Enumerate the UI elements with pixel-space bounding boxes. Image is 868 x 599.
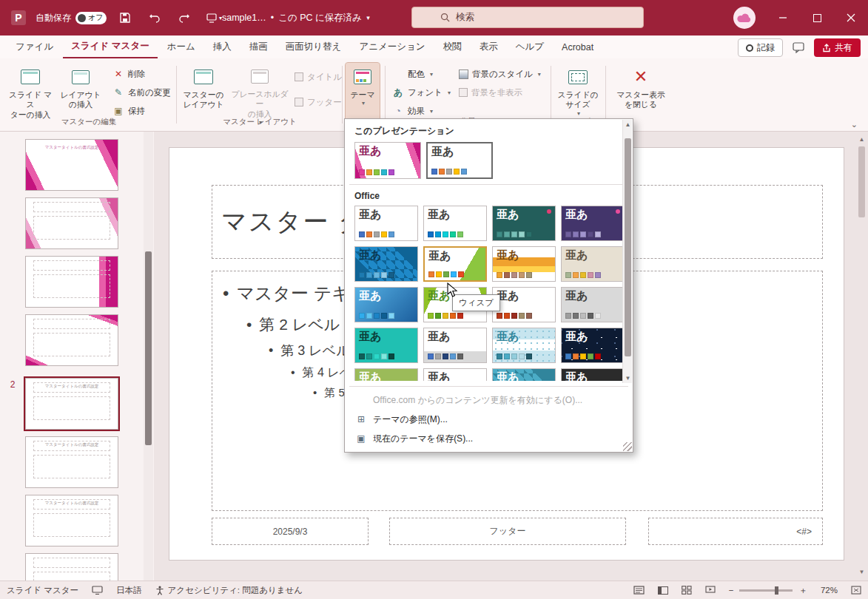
- theme-color-swatches: [565, 313, 601, 319]
- fonts-button[interactable]: あ フォント ▾: [389, 84, 454, 101]
- thumbnail-panel-scrollbar[interactable]: [144, 132, 153, 581]
- tab-画面切り替え[interactable]: 画面切り替え: [277, 36, 350, 58]
- canvas-scrollbar[interactable]: ▲ ▼: [857, 135, 867, 577]
- gallery-menu-item[interactable]: ▣現在のテーマを保存(S)...: [345, 429, 633, 448]
- title-checkbox[interactable]: タイトル: [292, 69, 345, 85]
- delete-label: 削除: [128, 69, 145, 80]
- normal-view-button[interactable]: [651, 581, 675, 599]
- zoom-level[interactable]: 72%: [814, 581, 844, 599]
- theme-thumbnail[interactable]: 亜あ: [492, 328, 556, 363]
- scroll-down-icon[interactable]: ▼: [623, 375, 633, 382]
- theme-thumbnail[interactable]: 亜あ: [423, 206, 487, 241]
- close-master-view-button[interactable]: ✕ マスター表示 を閉じる: [611, 63, 670, 126]
- slideshow-view-button[interactable]: [699, 581, 722, 599]
- theme-thumbnail[interactable]: 亜あ: [492, 246, 556, 282]
- theme-thumbnail[interactable]: 亜あ: [423, 328, 487, 363]
- slide-sorter-view-button[interactable]: [675, 581, 699, 599]
- slide-thumbnail[interactable]: [25, 256, 118, 308]
- record-button[interactable]: 記録: [738, 38, 783, 57]
- fit-to-window-button[interactable]: [844, 581, 868, 599]
- footer-placeholder[interactable]: フッター: [389, 518, 626, 545]
- background-styles-button[interactable]: 背景のスタイル ▾: [456, 66, 544, 82]
- save-button[interactable]: [114, 7, 136, 29]
- share-button[interactable]: 共有: [814, 38, 861, 57]
- theme-thumbnail[interactable]: 亜あ: [354, 246, 418, 282]
- slide-thumbnail[interactable]: マスタータイトルの書式設定: [25, 436, 118, 488]
- theme-thumbnail[interactable]: 亜あ: [561, 206, 625, 241]
- slide-thumbnail[interactable]: [25, 197, 118, 249]
- tab-ヘルプ[interactable]: ヘルプ: [508, 36, 552, 58]
- search-input[interactable]: 検索: [411, 7, 644, 28]
- theme-thumbnail[interactable]: 亜あ: [561, 246, 625, 282]
- language-indicator[interactable]: 日本語: [110, 581, 149, 599]
- theme-thumbnail[interactable]: 亜あ: [492, 287, 556, 322]
- close-master-label: マスター表示 を閉じる: [616, 90, 665, 110]
- comments-button[interactable]: [789, 40, 808, 56]
- close-button[interactable]: [834, 0, 868, 35]
- theme-thumbnail[interactable]: 亜あ: [354, 206, 418, 241]
- theme-thumbnail[interactable]: 亜あ: [561, 368, 625, 381]
- hide-background-checkbox[interactable]: 背景を非表示: [456, 84, 525, 101]
- scroll-down-icon[interactable]: ▼: [857, 567, 867, 577]
- user-avatar[interactable]: [733, 7, 756, 29]
- slide-thumbnail[interactable]: [25, 314, 118, 366]
- theme-color-swatches: [565, 231, 601, 237]
- theme-thumbnail[interactable]: 亜あ: [426, 142, 493, 179]
- theme-sample-text: 亜あ: [359, 248, 381, 263]
- tab-アニメーション[interactable]: アニメーション: [351, 36, 433, 58]
- tab-Acrobat[interactable]: Acrobat: [554, 38, 602, 57]
- accessibility-status[interactable]: アクセシビリティ: 問題ありません: [149, 581, 309, 599]
- document-title[interactable]: sample1… • この PC に保存済み ▾: [222, 0, 370, 35]
- tab-ホーム[interactable]: ホーム: [159, 36, 203, 58]
- zoom-slider-handle[interactable]: [775, 586, 778, 595]
- scroll-up-icon[interactable]: ▲: [623, 121, 633, 128]
- scrollbar-thumb[interactable]: [145, 251, 152, 445]
- gallery-menu-item[interactable]: ⊞テーマの参照(M)...: [345, 410, 633, 429]
- tab-描画[interactable]: 描画: [241, 36, 276, 58]
- slide-thumbnail[interactable]: マスタータイトルの書式設定: [25, 495, 118, 546]
- theme-thumbnail[interactable]: 亜あ: [423, 246, 487, 282]
- theme-thumbnail[interactable]: 亜あ: [354, 368, 418, 381]
- group-label-master-layout: マスター レイアウト: [179, 117, 340, 127]
- page-number-placeholder[interactable]: <#>: [648, 518, 823, 545]
- theme-thumbnail[interactable]: 亜あ: [354, 287, 418, 322]
- theme-thumbnail[interactable]: 亜あ: [423, 368, 487, 381]
- theme-thumbnail[interactable]: 亜あ: [561, 328, 625, 363]
- delete-button[interactable]: ✕ 削除: [110, 66, 148, 82]
- status-view-name[interactable]: スライド マスター: [0, 581, 85, 599]
- chevron-down-icon: ▾: [362, 100, 365, 107]
- footer-checkbox[interactable]: フッター: [292, 94, 345, 110]
- theme-thumbnail[interactable]: 亜あ: [354, 328, 418, 363]
- tab-ファイル[interactable]: ファイル: [7, 36, 61, 58]
- resize-grip[interactable]: [623, 442, 632, 451]
- slide-thumbnail[interactable]: [25, 553, 118, 581]
- autosave-toggle[interactable]: オフ: [75, 12, 107, 24]
- scroll-up-icon[interactable]: ▲: [857, 135, 867, 144]
- redo-button[interactable]: [173, 7, 195, 29]
- theme-thumbnail[interactable]: 亜あ: [492, 206, 556, 241]
- zoom-in-button[interactable]: ＋: [797, 581, 814, 599]
- undo-button[interactable]: [144, 7, 166, 29]
- tab-校閲[interactable]: 校閲: [435, 36, 470, 58]
- slide-thumbnail-selected[interactable]: マスタータイトルの書式設定: [25, 378, 118, 430]
- zoom-slider[interactable]: [739, 589, 793, 592]
- theme-thumbnail[interactable]: 亜あ: [561, 287, 625, 322]
- tab-表示[interactable]: 表示: [471, 36, 506, 58]
- rename-button[interactable]: ✎ 名前の変更: [110, 84, 174, 101]
- date-placeholder[interactable]: 2025/9/3: [212, 518, 369, 545]
- scrollbar-thumb[interactable]: [625, 138, 631, 356]
- notes-button[interactable]: [627, 581, 651, 599]
- zoom-out-button[interactable]: −: [722, 581, 736, 599]
- theme-thumbnail[interactable]: 亜あ: [354, 142, 421, 179]
- theme-thumbnail[interactable]: 亜あ: [492, 368, 556, 381]
- tab-挿入[interactable]: 挿入: [205, 36, 240, 58]
- gallery-scrollbar[interactable]: ▲ ▼: [622, 120, 632, 383]
- scrollbar-thumb[interactable]: [858, 146, 865, 217]
- maximize-button[interactable]: [800, 0, 834, 35]
- colors-button[interactable]: 配色 ▾: [389, 66, 436, 82]
- tab-スライド マスター[interactable]: スライド マスター: [63, 35, 158, 58]
- slide-thumbnail[interactable]: マスタータイトルの書式設定: [25, 139, 118, 191]
- minimize-button[interactable]: [766, 0, 800, 35]
- display-settings-button[interactable]: [85, 581, 110, 599]
- collapse-ribbon-icon[interactable]: ⌄: [851, 120, 858, 129]
